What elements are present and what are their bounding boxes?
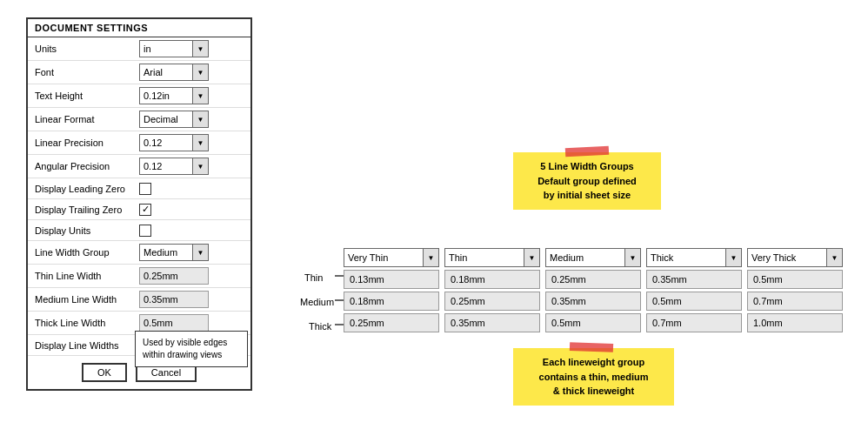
lwg-cell-thin-0: 0.13mm	[344, 270, 439, 289]
font-value: Arial	[140, 67, 192, 77]
thin-line-width-control: 0.25mm	[139, 267, 244, 285]
lwg-col-header-label-2: Medium	[546, 252, 624, 263]
display-leading-zero-row: Display Leading Zero	[28, 178, 250, 199]
row-label-medium: Medium	[300, 296, 334, 308]
lwg-cell-medium-3: 0.5mm	[646, 292, 742, 311]
lwg-col-header-3[interactable]: Thick▼	[646, 248, 742, 267]
font-arrow[interactable]: ▼	[192, 64, 208, 80]
display-line-widths-label: Display Line Widths	[35, 340, 139, 351]
line-width-group-row: Line Width Group Medium ▼	[28, 241, 250, 265]
linear-precision-row: Linear Precision 0.12 ▼	[28, 131, 250, 155]
row-label-thin: Thin	[304, 272, 323, 284]
lwg-cell-medium-0: 0.18mm	[344, 292, 439, 311]
text-height-value: 0.12in	[140, 91, 192, 101]
thick-line-width-input[interactable]: 0.5mm	[139, 314, 209, 332]
lwg-col-header-arrow-1[interactable]: ▼	[524, 249, 539, 266]
angular-precision-row: Angular Precision 0.12 ▼	[28, 155, 250, 178]
lwg-cell-medium-4: 0.7mm	[747, 292, 843, 311]
display-trailing-zero-checkbox[interactable]: ✓	[139, 204, 151, 216]
lwg-cell-thick-4: 1.0mm	[747, 313, 843, 332]
linear-precision-value: 0.12	[140, 138, 192, 148]
medium-line-width-row: Medium Line Width 0.35mm	[28, 288, 250, 312]
medium-line-width-control: 0.35mm	[139, 291, 244, 308]
units-arrow[interactable]: ▼	[192, 41, 208, 57]
line-width-group-value: Medium	[140, 247, 192, 258]
lwg-col-header-label-0: Very Thin	[344, 252, 423, 263]
display-units-label: Display Units	[35, 225, 139, 236]
units-value: in	[140, 44, 192, 54]
sticky-note-bottom: Each lineweight group contains a thin, m…	[513, 348, 674, 406]
units-label: Units	[35, 44, 139, 54]
display-leading-zero-control	[139, 183, 244, 195]
lwg-col-header-1[interactable]: Thin▼	[444, 248, 540, 267]
medium-line-width-label: Medium Line Width	[35, 294, 139, 305]
display-leading-zero-label: Display Leading Zero	[35, 184, 139, 194]
lwg-col-header-arrow-0[interactable]: ▼	[423, 249, 438, 266]
lwg-cell-thin-4: 0.5mm	[747, 270, 843, 289]
lwg-cell-medium-2: 0.35mm	[545, 292, 641, 311]
sticky-top-line3: by initial sheet size	[522, 188, 652, 203]
lwg-col-header-arrow-4[interactable]: ▼	[826, 249, 842, 266]
lwg-col-header-label-3: Thick	[647, 252, 725, 263]
display-trailing-zero-label: Display Trailing Zero	[35, 205, 139, 215]
line-width-group-select[interactable]: Medium ▼	[139, 244, 209, 261]
thin-line-width-label: Thin Line Width	[35, 271, 139, 281]
font-control: Arial ▼	[139, 64, 244, 81]
lwg-cell-thick-0: 0.25mm	[344, 313, 439, 332]
thick-line-width-control: 0.5mm	[139, 314, 244, 332]
medium-line-width-input[interactable]: 0.35mm	[139, 291, 209, 308]
lwg-col-header-2[interactable]: Medium▼	[545, 248, 641, 267]
angular-precision-label: Angular Precision	[35, 161, 139, 171]
line-width-group-arrow[interactable]: ▼	[192, 245, 208, 260]
text-height-arrow[interactable]: ▼	[192, 88, 208, 104]
line-width-group-label: Line Width Group	[35, 247, 139, 258]
tooltip-box: Used by visible edges within drawing vie…	[135, 331, 248, 367]
text-height-label: Text Height	[35, 91, 139, 101]
tooltip-text: Used by visible edges within drawing vie…	[143, 338, 227, 359]
lwg-col-header-4[interactable]: Very Thick▼	[747, 248, 843, 267]
units-row: Units in ▼	[28, 37, 250, 61]
lwg-col-3: Thick▼0.35mm0.5mm0.7mm	[646, 248, 742, 335]
units-select[interactable]: in ▼	[139, 40, 209, 57]
angular-precision-value: 0.12	[140, 161, 192, 171]
lwg-col-header-arrow-3[interactable]: ▼	[725, 249, 741, 266]
line-width-group-control: Medium ▼	[139, 244, 244, 261]
lwg-col-header-label-4: Very Thick	[748, 252, 826, 263]
lwg-cell-medium-1: 0.25mm	[444, 292, 540, 311]
linear-precision-label: Linear Precision	[35, 138, 139, 148]
thin-line-width-input[interactable]: 0.25mm	[139, 267, 209, 285]
ok-button[interactable]: OK	[82, 363, 127, 382]
angular-precision-select[interactable]: 0.12 ▼	[139, 158, 209, 175]
angular-precision-arrow[interactable]: ▼	[192, 158, 208, 174]
lwg-cell-thick-1: 0.35mm	[444, 313, 540, 332]
sticky-bottom-line2: contains a thin, medium	[522, 370, 665, 385]
display-leading-zero-checkbox[interactable]	[139, 183, 151, 195]
sticky-note-top: 5 Line Width Groups Default group define…	[513, 152, 661, 210]
linear-format-arrow[interactable]: ▼	[192, 111, 208, 127]
display-trailing-zero-row: Display Trailing Zero ✓	[28, 199, 250, 220]
text-height-select[interactable]: 0.12in ▼	[139, 87, 209, 104]
lwg-col-header-arrow-2[interactable]: ▼	[624, 249, 640, 266]
lwg-col-2: Medium▼0.25mm0.35mm0.5mm	[545, 248, 641, 335]
linear-precision-select[interactable]: 0.12 ▼	[139, 134, 209, 151]
sticky-bottom-line3: & thick lineweight	[522, 384, 665, 399]
lwg-col-4: Very Thick▼0.5mm0.7mm1.0mm	[747, 248, 843, 335]
units-control: in ▼	[139, 40, 244, 57]
font-select[interactable]: Arial ▼	[139, 64, 209, 81]
text-height-row: Text Height 0.12in ▼	[28, 84, 250, 108]
lwg-table: Very Thin▼0.13mm0.18mm0.25mmThin▼0.18mm0…	[344, 248, 848, 335]
sticky-bottom-line1: Each lineweight group	[522, 355, 665, 370]
display-units-checkbox[interactable]	[139, 225, 151, 237]
linear-format-select[interactable]: Decimal ▼	[139, 111, 209, 128]
lwg-col-header-0[interactable]: Very Thin▼	[344, 248, 439, 267]
lwg-cell-thick-2: 0.5mm	[545, 313, 641, 332]
linear-format-label: Linear Format	[35, 114, 139, 124]
linear-precision-arrow[interactable]: ▼	[192, 135, 208, 151]
sticky-top-line1: 5 Line Width Groups	[522, 159, 652, 174]
thick-line-width-label: Thick Line Width	[35, 318, 139, 328]
display-trailing-zero-control: ✓	[139, 204, 244, 216]
angular-precision-control: 0.12 ▼	[139, 158, 244, 175]
lwg-cell-thin-1: 0.18mm	[444, 270, 540, 289]
lwg-col-1: Thin▼0.18mm0.25mm0.35mm	[444, 248, 540, 335]
thin-line-width-row: Thin Line Width 0.25mm	[28, 265, 250, 288]
